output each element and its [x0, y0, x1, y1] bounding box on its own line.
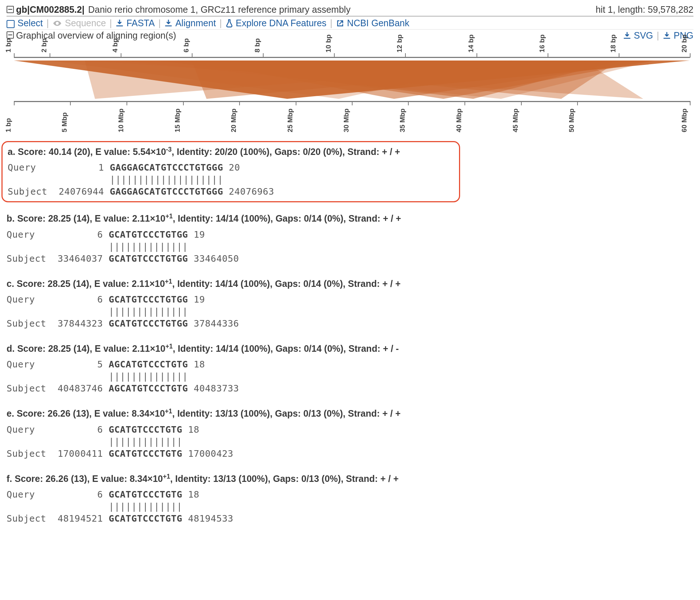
axis-tick-label: 16 bp	[538, 34, 546, 52]
graphical-overview: 1 bp2 bp4 bp6 bp8 bp10 bp12 bp14 bp16 bp…	[7, 43, 693, 130]
collapse-toggle[interactable]: −	[7, 6, 14, 13]
alignment-stats: b. Score: 28.25 (14), E value: 2.11×10+1…	[7, 213, 693, 224]
download-icon	[663, 32, 671, 40]
fasta-link[interactable]: FASTA	[116, 18, 155, 28]
axis-tick-label: 40 Mbp	[455, 109, 463, 132]
download-svg[interactable]: SVG	[623, 30, 653, 41]
alignment-stats: a. Score: 40.14 (20), E value: 5.54×10-3…	[8, 146, 454, 157]
genbank-link[interactable]: NCBI GenBank	[336, 18, 409, 28]
alignment-block: a. Score: 40.14 (20), E value: 5.54×10-3…	[1, 141, 460, 202]
alignment-stats: d. Score: 28.25 (14), E value: 2.11×10+1…	[7, 343, 693, 354]
collapse-toggle-overview[interactable]: −	[7, 31, 14, 39]
overview-header: − Graphical overview of aligning region(…	[7, 30, 693, 41]
axis-tick-label: 35 Mbp	[398, 109, 407, 132]
external-link-icon	[336, 19, 344, 27]
hit-header: − gb|CM002885.2| Danio rerio chromosome …	[7, 4, 693, 17]
explore-dna-link[interactable]: Explore DNA Features	[226, 18, 327, 28]
query-axis: 1 bp2 bp4 bp6 bp8 bp10 bp12 bp14 bp16 bp…	[7, 43, 693, 61]
hit-toolbar: Select | Sequence | FASTA | Alignment | …	[7, 17, 693, 30]
alignment-list: a. Score: 40.14 (20), E value: 5.54×10-3…	[7, 141, 693, 525]
axis-tick-label: 50 Mbp	[568, 109, 576, 132]
axis-tick-label: 25 Mbp	[286, 109, 294, 132]
accession-id: gb|CM002885.2|	[16, 4, 85, 15]
axis-tick-label: 8 bp	[253, 38, 261, 52]
eye-icon	[52, 20, 62, 27]
download-icon	[116, 19, 124, 27]
axis-tick-label: 1 bp	[4, 38, 12, 52]
alignment-block: d. Score: 28.25 (14), E value: 2.11×10+1…	[7, 343, 693, 394]
axis-tick-label: 12 bp	[396, 34, 404, 52]
alignment-sequence: Query 6 GCATGTCCCTGTG 18 ||||||||||||| S…	[7, 424, 693, 460]
download-icon	[164, 19, 172, 27]
alignment-block: b. Score: 28.25 (14), E value: 2.11×10+1…	[7, 213, 693, 264]
subject-axis: 1 bp5 Mbp10 Mbp15 Mbp20 Mbp25 Mbp30 Mbp3…	[7, 99, 693, 130]
alignment-sequence: Query 5 AGCATGTCCCTGTG 18 ||||||||||||||…	[7, 358, 693, 394]
axis-tick-label: 60 Mbp	[680, 109, 688, 132]
axis-tick-label: 20 bp	[680, 34, 688, 52]
axis-tick-label: 14 bp	[467, 34, 475, 52]
axis-tick-label: 20 Mbp	[230, 109, 238, 132]
alignment-sequence: Query 6 GCATGTCCCTGTGG 19 ||||||||||||||…	[7, 229, 693, 265]
axis-tick-label: 1 bp	[4, 118, 12, 132]
sequence-link: Sequence	[52, 18, 106, 28]
axis-tick-label: 15 Mbp	[174, 109, 182, 132]
axis-tick-label: 30 Mbp	[342, 109, 350, 132]
alignment-diagram	[14, 61, 690, 99]
alignment-block: f. Score: 26.26 (13), E value: 8.34×10+1…	[7, 473, 693, 525]
hit-title: Danio rerio chromosome 1, GRCz11 referen…	[88, 4, 351, 15]
alignment-stats: c. Score: 28.25 (14), E value: 2.11×10+1…	[7, 278, 693, 289]
alignment-sequence: Query 6 GCATGTCCCTGTG 18 ||||||||||||| S…	[7, 488, 693, 525]
alignment-sequence: Query 1 GAGGAGCATGTCCCTGTGGG 20 ||||||||…	[8, 161, 454, 198]
axis-tick-label: 10 bp	[324, 34, 332, 52]
alignment-stats: e. Score: 26.26 (13), E value: 8.34×10+1…	[7, 408, 693, 419]
axis-tick-label: 6 bp	[182, 38, 190, 52]
axis-tick-label: 18 bp	[609, 34, 617, 52]
flask-icon	[226, 19, 233, 28]
alignment-stats: f. Score: 26.26 (13), E value: 8.34×10+1…	[7, 473, 693, 484]
select-checkbox[interactable]: Select	[7, 18, 43, 28]
alignment-link[interactable]: Alignment	[164, 18, 216, 28]
download-png[interactable]: PNG	[663, 30, 693, 41]
alignment-block: e. Score: 26.26 (13), E value: 8.34×10+1…	[7, 408, 693, 459]
axis-tick-label: 45 Mbp	[512, 109, 520, 132]
download-icon	[623, 32, 631, 40]
axis-tick-label: 2 bp	[40, 38, 48, 52]
alignment-block: c. Score: 28.25 (14), E value: 2.11×10+1…	[7, 278, 693, 330]
hit-length: hit 1, length: 59,578,282	[596, 4, 693, 15]
checkbox-icon	[7, 20, 15, 28]
axis-tick-label: 10 Mbp	[117, 109, 125, 132]
axis-tick-label: 5 Mbp	[61, 112, 69, 132]
axis-tick-label: 4 bp	[111, 38, 119, 52]
alignment-sequence: Query 6 GCATGTCCCTGTGG 19 ||||||||||||||…	[7, 293, 693, 330]
